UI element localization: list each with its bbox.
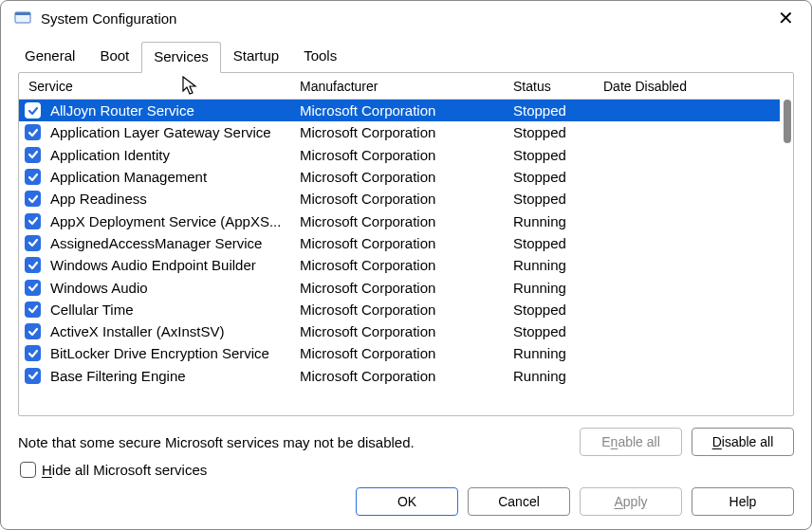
- col-header-date-disabled[interactable]: Date Disabled: [603, 79, 780, 94]
- service-checkbox[interactable]: [25, 280, 41, 296]
- list-header[interactable]: Service Manufacturer Status Date Disable…: [19, 73, 780, 100]
- manufacturer: Microsoft Corporation: [300, 280, 513, 296]
- service-name: App Readiness: [50, 191, 147, 207]
- service-name: BitLocker Drive Encryption Service: [50, 345, 269, 361]
- status: Stopped: [513, 124, 603, 140]
- status: Stopped: [513, 302, 603, 318]
- service-name: Windows Audio Endpoint Builder: [50, 257, 256, 273]
- status: Stopped: [513, 102, 603, 119]
- titlebar: System Configuration ✕: [1, 1, 811, 33]
- close-button[interactable]: ✕: [774, 9, 798, 27]
- table-row[interactable]: Application ManagementMicrosoft Corporat…: [19, 166, 780, 188]
- manufacturer: Microsoft Corporation: [300, 345, 513, 361]
- window-title: System Configuration: [41, 10, 774, 27]
- service-checkbox[interactable]: [25, 169, 41, 185]
- col-header-status[interactable]: Status: [513, 79, 603, 94]
- service-checkbox[interactable]: [25, 147, 41, 163]
- service-checkbox[interactable]: [25, 302, 41, 318]
- table-row[interactable]: Application IdentityMicrosoft Corporatio…: [19, 144, 780, 166]
- service-name: Application Identity: [50, 147, 170, 163]
- status: Running: [513, 280, 603, 296]
- scrollbar-thumb[interactable]: [784, 100, 791, 143]
- service-checkbox[interactable]: [25, 102, 41, 119]
- manufacturer: Microsoft Corporation: [300, 169, 513, 185]
- status: Stopped: [513, 147, 603, 163]
- manufacturer: Microsoft Corporation: [300, 102, 513, 119]
- service-checkbox[interactable]: [25, 323, 41, 339]
- service-name: Base Filtering Engine: [50, 368, 186, 384]
- manufacturer: Microsoft Corporation: [300, 147, 513, 163]
- service-checkbox[interactable]: [25, 368, 41, 384]
- hide-microsoft-checkbox[interactable]: [20, 462, 36, 478]
- scrollbar[interactable]: [780, 73, 793, 415]
- status: Running: [513, 368, 603, 384]
- service-name: Application Management: [50, 169, 207, 185]
- service-checkbox[interactable]: [25, 191, 41, 207]
- status: Running: [513, 345, 603, 361]
- table-row[interactable]: Base Filtering EngineMicrosoft Corporati…: [19, 365, 780, 387]
- status: Running: [513, 213, 603, 229]
- table-row[interactable]: App ReadinessMicrosoft CorporationStoppe…: [19, 188, 780, 210]
- cancel-button[interactable]: Cancel: [468, 487, 570, 516]
- manufacturer: Microsoft Corporation: [300, 191, 513, 207]
- table-row[interactable]: AppX Deployment Service (AppXS...Microso…: [19, 210, 780, 231]
- service-name: ActiveX Installer (AxInstSV): [50, 323, 224, 339]
- disable-all-button[interactable]: Disable all: [692, 428, 794, 456]
- service-checkbox[interactable]: [25, 124, 41, 140]
- manufacturer: Microsoft Corporation: [300, 323, 513, 339]
- table-row[interactable]: Application Layer Gateway ServiceMicroso…: [19, 121, 780, 143]
- note-text: Note that some secure Microsoft services…: [18, 434, 415, 450]
- col-header-service[interactable]: Service: [25, 79, 300, 94]
- service-checkbox[interactable]: [25, 213, 41, 229]
- tab-boot[interactable]: Boot: [87, 41, 141, 72]
- ok-button[interactable]: OK: [356, 487, 458, 516]
- tab-tools[interactable]: Tools: [291, 41, 349, 72]
- services-list[interactable]: Service Manufacturer Status Date Disable…: [19, 73, 780, 415]
- tab-startup[interactable]: Startup: [221, 41, 291, 72]
- manufacturer: Microsoft Corporation: [300, 257, 513, 273]
- service-name: Application Layer Gateway Service: [50, 124, 271, 140]
- service-name: AssignedAccessManager Service: [50, 235, 262, 251]
- manufacturer: Microsoft Corporation: [300, 124, 513, 140]
- manufacturer: Microsoft Corporation: [300, 213, 513, 229]
- service-checkbox[interactable]: [25, 235, 41, 251]
- col-header-manufacturer[interactable]: Manufacturer: [300, 79, 513, 94]
- service-checkbox[interactable]: [25, 345, 41, 361]
- table-row[interactable]: Cellular TimeMicrosoft CorporationStoppe…: [19, 299, 780, 320]
- table-row[interactable]: AllJoyn Router ServiceMicrosoft Corporat…: [19, 100, 780, 121]
- status: Running: [513, 257, 603, 273]
- hide-microsoft-label[interactable]: Hide all Microsoft services: [42, 462, 207, 478]
- service-checkbox[interactable]: [25, 257, 41, 273]
- status: Stopped: [513, 235, 603, 251]
- enable-all-button[interactable]: Enable all: [580, 428, 682, 456]
- apply-button[interactable]: Apply: [580, 487, 682, 516]
- svg-rect-1: [15, 12, 30, 15]
- tab-services[interactable]: Services: [141, 42, 221, 73]
- status: Stopped: [513, 191, 603, 207]
- manufacturer: Microsoft Corporation: [300, 302, 513, 318]
- services-panel: Service Manufacturer Status Date Disable…: [18, 72, 794, 416]
- service-name: Windows Audio: [50, 280, 148, 296]
- service-name: AppX Deployment Service (AppXS...: [50, 213, 281, 229]
- help-button[interactable]: Help: [692, 487, 794, 516]
- service-name: Cellular Time: [50, 302, 134, 318]
- app-icon: [14, 9, 31, 27]
- table-row[interactable]: Windows AudioMicrosoft CorporationRunnin…: [19, 276, 780, 298]
- manufacturer: Microsoft Corporation: [300, 368, 513, 384]
- status: Stopped: [513, 169, 603, 185]
- service-name: AllJoyn Router Service: [50, 102, 194, 119]
- table-row[interactable]: BitLocker Drive Encryption ServiceMicros…: [19, 342, 780, 364]
- tab-bar: GeneralBootServicesStartupTools: [1, 33, 811, 72]
- table-row[interactable]: Windows Audio Endpoint BuilderMicrosoft …: [19, 254, 780, 276]
- status: Stopped: [513, 323, 603, 339]
- table-row[interactable]: ActiveX Installer (AxInstSV)Microsoft Co…: [19, 320, 780, 342]
- tab-general[interactable]: General: [12, 41, 87, 72]
- manufacturer: Microsoft Corporation: [300, 235, 513, 251]
- table-row[interactable]: AssignedAccessManager ServiceMicrosoft C…: [19, 232, 780, 254]
